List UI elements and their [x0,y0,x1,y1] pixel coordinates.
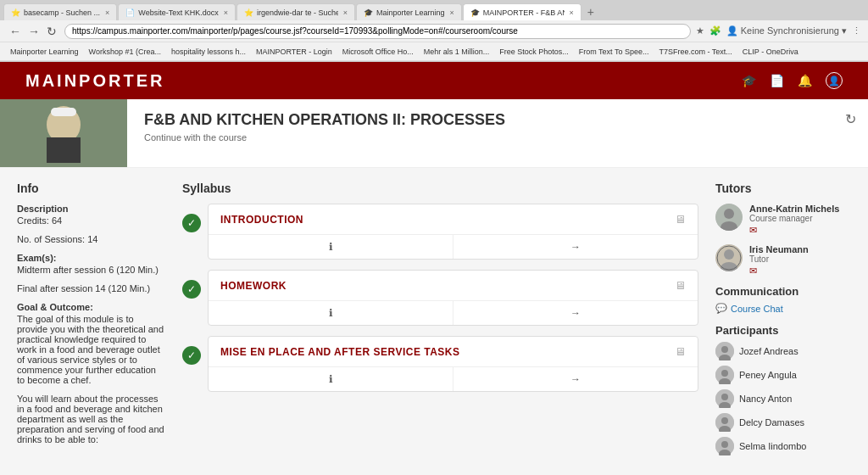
file-icon[interactable]: 📄 [770,74,784,87]
refresh-button[interactable]: ↻ [833,99,868,167]
participant-1: Jozef Andreas [715,342,851,360]
bookmark-5[interactable]: Microsoft Office Ho... [339,47,417,57]
tutor-1-avatar [715,204,743,231]
new-tab-button[interactable]: + [582,3,599,20]
tutor-1-avatar-img [715,204,743,231]
participant-2-name: Peney Angula [739,370,797,380]
goal-block: Goal & Outcome: The goal of this module … [17,302,165,385]
extensions-icon[interactable]: 🧩 [709,25,721,36]
syllabus-item-homework: ✓ HOMEWORK 🖥 ℹ → [182,270,698,326]
tutor-2-mail-icon[interactable]: ✉ [749,265,809,277]
participant-1-name: Jozef Andreas [739,346,798,356]
participant-5-name: Selma Iindombo [739,441,807,451]
syllabus-column: Syllabus ✓ INTRODUCTION 🖥 ℹ → ✓ [182,182,698,461]
tutor-2: Iris Neumann Tutor ✉ [715,244,851,277]
tab-5-active[interactable]: 🎓MAINPORTER - F&B AND KITCH...× [463,3,581,20]
chat-icon: 💬 [715,303,727,314]
course-image-svg [0,99,127,167]
bookmark-7[interactable]: Free Stock Photos... [496,47,572,57]
introduction-card: INTRODUCTION 🖥 ℹ → [208,204,698,260]
exam-value1: Midterm after session 6 (120 Min.) [17,265,165,275]
tutors-title: Tutors [715,182,851,195]
participant-3: Nancy Anton [715,389,851,408]
participant-4-name: Delcy Damases [739,417,804,428]
participant-3-avatar [715,389,734,408]
bookmark-2[interactable]: Workshop #1 (Crea... [86,47,164,57]
participant-1-avatar [715,342,734,360]
introduction-arrow-button[interactable]: → [453,235,698,259]
mise-en-place-title[interactable]: MISE EN PLACE AND AFTER SERVICE TASKS [220,346,460,358]
app: MAINPORTER 🎓 📄 🔔 👤 F&B A [0,62,868,475]
homework-card-header: HOMEWORK 🖥 [209,271,698,300]
forward-button[interactable]: → [25,25,42,38]
description-block: Description Credits: 64 [17,204,165,226]
navbar-icons: 🎓 📄 🔔 👤 [742,72,843,89]
bookmark-star[interactable]: ★ [696,25,704,36]
mise-en-place-check: ✓ [182,346,201,365]
homework-title[interactable]: HOMEWORK [220,280,287,292]
tutor-1-mail-icon[interactable]: ✉ [749,225,839,236]
homework-arrow-button[interactable]: → [453,301,698,325]
course-title: F&B AND KITCHEN OPERATIONS II: PROCESSES [144,111,816,129]
svg-rect-2 [47,137,81,163]
back-button[interactable]: ← [7,25,24,38]
mise-en-place-card-header: MISE EN PLACE AND AFTER SERVICE TASKS 🖥 [209,337,698,366]
svg-point-14 [721,346,728,353]
mise-en-place-card: MISE EN PLACE AND AFTER SERVICE TASKS 🖥 … [208,336,698,392]
mise-en-place-card-footer: ℹ → [209,366,698,391]
exam-block: Exam(s): Midterm after session 6 (120 Mi… [17,253,165,293]
bookmark-8[interactable]: From Text To Spee... [576,47,653,57]
credits-value: Credits: 64 [17,215,165,226]
homework-info-button[interactable]: ℹ [209,301,453,325]
course-subtitle[interactable]: Continue with the course [144,132,816,142]
svg-point-10 [724,249,734,260]
tutor-1: Anne-Katrin Michels Course manager ✉ [715,204,851,236]
participant-5: Selma Iindombo [715,437,851,455]
nav-buttons: ← → ↻ [7,25,59,38]
introduction-info-button[interactable]: ℹ [209,235,453,259]
tab-2[interactable]: 📄Website-Text KHK.docx× [118,3,236,20]
you-block: You will learn about the processes in a … [17,394,165,444]
account-icon[interactable]: 👤 Keine Synchronisierung ▾ [726,25,847,36]
course-chat-label[interactable]: Course Chat [731,304,783,314]
svg-rect-5 [51,108,76,116]
bookmark-3[interactable]: hospitality lessons h... [168,47,249,57]
participants-title: Participants [715,324,851,337]
bookmark-1[interactable]: Mainporter Learning [7,47,82,57]
tab-1[interactable]: ⭐basecamp - Suchen ...× [3,3,117,20]
course-chat-link[interactable]: 💬 Course Chat [715,303,851,314]
navbar-brand: MAINPORTER [25,71,164,91]
reload-button[interactable]: ↻ [44,25,59,38]
tab-bar: ⭐basecamp - Suchen ...× 📄Website-Text KH… [0,0,868,20]
mise-en-place-info-button[interactable]: ℹ [209,367,453,391]
introduction-title[interactable]: INTRODUCTION [220,214,303,226]
bookmark-6[interactable]: Mehr als 1 Million... [420,47,493,57]
tab-3[interactable]: ⭐irgendwie-dar te - Suchen ...× [236,3,355,20]
menu-icon[interactable]: ⋮ [852,25,861,36]
tutor-1-role: Course manager [749,214,839,223]
mise-en-place-monitor-icon: 🖥 [675,345,686,358]
mise-en-place-arrow-button[interactable]: → [453,367,698,391]
tab-4[interactable]: 🎓Mainporter Learning× [356,3,462,20]
introduction-monitor-icon: 🖥 [675,213,686,226]
course-image [0,99,127,167]
homework-check: ✓ [182,280,201,299]
tutor-1-info: Anne-Katrin Michels Course manager ✉ [749,204,839,236]
bookmark-9[interactable]: T7SFree.com - Text... [656,47,736,57]
tutor-2-role: Tutor [749,254,809,264]
introduction-check: ✓ [182,214,201,232]
tutor-1-name: Anne-Katrin Michels [749,204,839,214]
graduation-cap-icon[interactable]: 🎓 [742,74,756,87]
exam-value2: Final after session 14 (120 Min.) [17,283,165,293]
user-avatar-icon[interactable]: 👤 [826,72,843,89]
bookmark-4[interactable]: MAINPORTER - Login [253,47,336,57]
homework-card-footer: ℹ → [209,300,698,325]
bookmark-10[interactable]: CLIP - OneDriva [739,47,802,57]
syllabus-item-introduction: ✓ INTRODUCTION 🖥 ℹ → [182,204,698,260]
bell-icon[interactable]: 🔔 [798,74,812,87]
url-input[interactable] [64,24,691,39]
participant-4: Delcy Damases [715,413,851,432]
tutor-2-avatar-img [715,244,743,271]
homework-card: HOMEWORK 🖥 ℹ → [208,270,698,326]
syllabus-section-title: Syllabus [182,182,698,195]
